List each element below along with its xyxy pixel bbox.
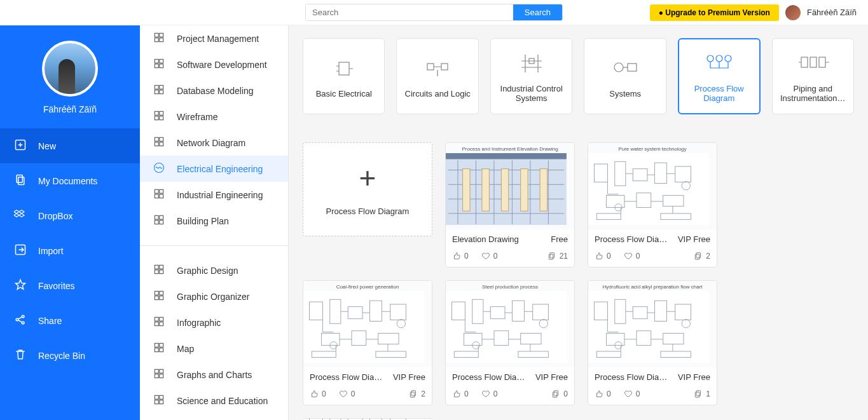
top-user-block[interactable]: Fähréèñ Zāïñ [785, 5, 857, 20]
upgrade-button[interactable]: ● Upgrade to Premium Version [650, 4, 779, 21]
category-label: Graphic Design [177, 266, 238, 276]
svg-rect-23 [155, 137, 158, 141]
category-science-and-education[interactable]: Science and Education [140, 388, 288, 414]
copy-icon [694, 390, 703, 398]
sidebar-item-share[interactable]: Share [0, 303, 140, 338]
svg-rect-52 [155, 369, 158, 373]
category-building-plan[interactable]: Building Plan [140, 208, 288, 234]
template-card[interactable]: Pure water system technologyProcess Flow… [588, 142, 717, 268]
template-favs[interactable]: 0 [481, 390, 498, 398]
avatar [785, 5, 801, 20]
template-card[interactable]: Process and Instrument Elevation Drawing… [445, 142, 575, 268]
copy-icon [694, 252, 703, 261]
template-title: Process Flow Diag… [595, 234, 671, 244]
template-preview-graphic [303, 291, 424, 363]
diagram-type-thumb-icon [325, 55, 363, 80]
avatar[interactable] [42, 41, 98, 97]
sidebar-item-new[interactable]: New [0, 128, 140, 163]
svg-rect-77 [801, 57, 808, 67]
category-database-modeling[interactable]: Database Modeling [140, 78, 288, 104]
category-network-diagram[interactable]: Network Diagram [140, 130, 288, 156]
category-label: Science and Education [177, 396, 268, 406]
diagram-type-piping-and-instrumentation-[interactable]: Piping and Instrumentation… [772, 38, 854, 114]
template-copies[interactable]: 2 [694, 252, 710, 261]
profile-name: Fähréèñ Zāïñ [43, 104, 97, 114]
create-template-card[interactable]: +Process Flow Diagram [303, 142, 432, 236]
diagram-type-label: Circuits and Logic [405, 89, 471, 98]
template-preview-graphic [588, 291, 709, 363]
category-electrical-engineering[interactable]: Electrical Engineering [140, 156, 288, 182]
svg-point-75 [716, 55, 722, 62]
sidebar-item-label: New [38, 141, 56, 151]
category-wireframe[interactable]: Wireframe [140, 104, 288, 130]
diagram-type-industrial-control-systems[interactable]: Industrial Control Systems [490, 38, 572, 114]
svg-rect-46 [155, 322, 158, 326]
svg-rect-39 [160, 270, 163, 274]
sidebar-item-my-documents[interactable]: My Documents [0, 163, 140, 198]
template-copies[interactable]: 2 [409, 390, 425, 398]
svg-rect-17 [155, 90, 158, 94]
category-card[interactable]: Card [140, 414, 288, 420]
template-likes[interactable]: 0 [310, 390, 326, 398]
template-likes[interactable]: 0 [452, 252, 469, 261]
template-copies[interactable]: 1 [694, 390, 710, 398]
category-map[interactable]: Map [140, 335, 288, 362]
template-caption: Coal-fired power generation [303, 283, 432, 291]
diagram-type-basic-electrical[interactable]: Basic Electrical [303, 38, 385, 114]
category-icon [153, 187, 165, 202]
svg-rect-93 [482, 168, 489, 210]
svg-rect-26 [160, 142, 163, 146]
sidebar-item-label: My Documents [38, 176, 97, 186]
sidebar-item-import[interactable]: Import [0, 233, 140, 268]
sidebar-item-dropbox[interactable]: DropBox [0, 198, 140, 233]
svg-rect-12 [160, 59, 163, 63]
category-graphic-organizer[interactable]: Graphic Organizer [140, 283, 288, 309]
template-card[interactable]: Coal-fired power generationProcess Flow … [303, 280, 432, 405]
svg-rect-92 [463, 168, 470, 210]
template-copies[interactable]: 21 [548, 252, 568, 261]
template-title: Elevation Drawing [452, 234, 519, 244]
search-input[interactable] [306, 4, 513, 20]
category-software-development[interactable]: Software Development [140, 51, 288, 78]
template-likes[interactable]: 0 [595, 252, 611, 261]
category-project-management[interactable]: Project Management [140, 25, 288, 51]
search-button[interactable]: Search [513, 4, 562, 20]
template-card[interactable]: Steel production processProcess Flow Dia… [445, 280, 575, 405]
template-price: Free [551, 234, 568, 244]
sidebar-item-favorites[interactable]: Favorites [0, 268, 140, 303]
svg-rect-18 [160, 90, 163, 94]
template-likes[interactable]: 0 [595, 390, 611, 398]
svg-rect-78 [810, 57, 816, 67]
svg-rect-53 [160, 369, 163, 373]
template-favs[interactable]: 0 [624, 390, 640, 398]
diagram-type-process-flow-diagram[interactable]: Process Flow Diagram [678, 38, 761, 114]
category-graphic-design[interactable]: Graphic Design [140, 257, 288, 283]
template-price: VIP Free [678, 372, 710, 382]
template-card[interactable]: Hydrofluoric acid alkyl preparation flow… [588, 280, 717, 405]
category-industrial-engineering[interactable]: Industrial Engineering [140, 182, 288, 208]
template-caption: Steel production process [446, 283, 574, 291]
diagram-type-circuits-and-logic[interactable]: Circuits and Logic [396, 38, 478, 114]
sidebar-item-recycle-bin[interactable]: Recycle Bin [0, 338, 140, 373]
svg-rect-95 [521, 168, 528, 210]
content-scroll[interactable]: Basic ElectricalCircuits and LogicIndust… [289, 0, 868, 420]
diagram-type-systems[interactable]: Systems [584, 38, 666, 114]
template-likes[interactable]: 0 [452, 390, 469, 398]
diagram-type-label: Process Flow Diagram [683, 84, 755, 103]
category-infographic[interactable]: Infographic [140, 309, 288, 335]
template-favs[interactable]: 0 [339, 390, 355, 398]
template-favs[interactable]: 0 [481, 252, 498, 261]
category-graphs-and-charts[interactable]: Graphs and Charts [140, 362, 288, 388]
sidebar-item-label: Favorites [38, 281, 75, 291]
copy-icon [551, 390, 560, 398]
template-favs[interactable]: 0 [624, 252, 640, 261]
template-copies[interactable]: 0 [551, 390, 568, 398]
diagram-type-thumb-icon [513, 50, 551, 75]
svg-rect-29 [160, 189, 163, 193]
template-caption: Hydrofluoric acid alkyl preparation flow… [588, 283, 717, 291]
svg-point-76 [725, 55, 731, 62]
heart-icon [481, 252, 490, 261]
category-icon [153, 83, 165, 98]
svg-rect-50 [155, 348, 158, 352]
category-icon [153, 213, 165, 228]
